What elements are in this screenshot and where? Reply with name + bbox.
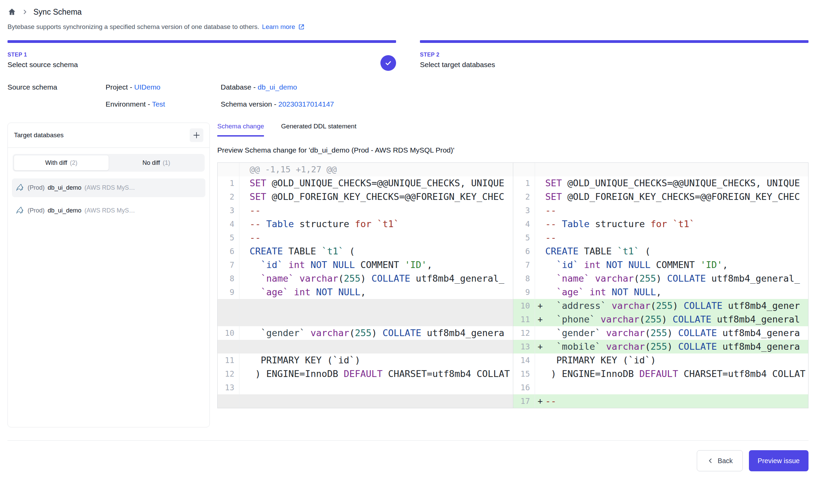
diff-sign [239,258,250,272]
tab-schema-change[interactable]: Schema change [217,123,264,137]
learn-more-link[interactable]: Learn more [262,23,305,31]
project-link[interactable]: UIDemo [134,83,160,91]
code-line: `age` int NOT NULL, [250,285,513,299]
preview-panel: Schema change Generated DDL statement Pr… [217,123,809,427]
back-button-label: Back [718,457,733,465]
tab-generated-ddl[interactable]: Generated DDL statement [281,123,356,137]
mysql-icon [15,183,25,192]
step-2-label: STEP 2 [420,52,809,58]
code-line: `id` int NOT NULL COMMENT 'ID', [250,258,513,272]
line-number: 11 [218,353,239,367]
line-number [218,299,239,313]
diff-sign [535,176,545,190]
line-number [218,313,239,326]
code-line: `name` varchar(255) COLLATE utf8mb4_gene… [250,272,513,285]
diff-code-row: 7 `id` int NOT NULL COMMENT 'ID', [218,258,513,272]
diff-pane-target[interactable]: 1SET @OLD_UNIQUE_CHECKS=@@UNIQUE_CHECKS,… [513,163,808,408]
home-icon[interactable] [7,7,16,16]
step-2: STEP 2 Select target databases [420,40,809,69]
diff-code-row: 6CREATE TABLE `t1` ( [218,245,513,258]
diff-sign [535,258,545,272]
diff-hunk-header [513,163,808,176]
chevron-right-icon [22,9,28,15]
step-1-title: Select source schema [7,61,396,69]
line-number: 13 [513,340,535,353]
diff-code-row: 11+ `phone` varchar(255) COLLATE utf8mb4… [513,313,808,326]
diff-sign [535,326,545,340]
code-line: -- [250,204,513,217]
database-list-item[interactable]: (Prod) db_ui_demo (AWS RDS MyS… [12,201,205,220]
line-number: 12 [513,326,535,340]
diff-sign [535,190,545,204]
line-number: 10 [218,326,239,340]
schema-version-link[interactable]: 20230317014147 [278,100,334,108]
back-button[interactable]: Back [697,450,742,471]
code-line: `age` int NOT NULL, [545,285,808,299]
tab-no-diff[interactable]: No diff (1) [109,155,204,171]
diff-sign [535,217,545,231]
target-database-list: (Prod) db_ui_demo (AWS RDS MyS… (Prod) d… [8,174,209,225]
code-line: SET @OLD_FOREIGN_KEY_CHECKS=@@FOREIGN_KE… [545,190,808,204]
diff-code-row: 17+-- [513,394,808,408]
code-line: @@ -1,15 +1,27 @@ [250,163,513,176]
diff-sign: + [535,340,545,353]
diff-code-row: 11 PRIMARY KEY (`id`) [218,353,513,367]
schema-version-label: Schema version - [221,100,278,108]
diff-code-row: 9 `age` int NOT NULL, [218,285,513,299]
line-number: 6 [218,245,239,258]
diff-code-row: 5-- [218,231,513,245]
diff-sign [535,204,545,217]
diff-sign [239,299,250,313]
diff-code-row: 4-- Table structure for `t1` [218,217,513,231]
line-number: 5 [513,231,535,245]
target-databases-panel: Target databases With diff (2) No diff (… [7,123,210,427]
code-line: -- Table structure for `t1` [250,217,513,231]
line-number: 16 [513,381,535,394]
add-target-database-button[interactable] [190,128,203,142]
code-line: CREATE TABLE `t1` ( [250,245,513,258]
diff-code-row: 2SET @OLD_FOREIGN_KEY_CHECKS=@@FOREIGN_K… [513,190,808,204]
tab-no-diff-count: (1) [163,159,170,167]
diff-spacer-row [218,340,513,353]
diff-sign [535,272,545,285]
tab-with-diff[interactable]: With diff (2) [14,155,109,171]
diff-code-row: 1SET @OLD_UNIQUE_CHECKS=@@UNIQUE_CHECKS,… [513,176,808,190]
description-text: Bytebase supports synchronizing a specif… [7,23,259,31]
diff-code-row: 16 [513,381,808,394]
code-line [250,381,513,394]
diff-sign [535,231,545,245]
diff-code-row: 8 `name` varchar(255) COLLATE utf8mb4_ge… [513,272,808,285]
line-number: 10 [513,299,535,313]
diff-spacer-row [218,299,513,313]
preview-issue-button[interactable]: Preview issue [749,450,809,471]
diff-code-row: 14 PRIMARY KEY (`id`) [513,353,808,367]
diff-code-row: 10+ `address` varchar(255) COLLATE utf8m… [513,299,808,313]
diff-pane-source[interactable]: @@ -1,15 +1,27 @@1SET @OLD_UNIQUE_CHECKS… [218,163,513,408]
diff-sign [239,326,250,340]
line-number [218,340,239,353]
db-name: db_ui_demo [48,184,81,191]
diff-sign: + [535,299,545,313]
environment-label: Environment - [106,100,152,108]
diff-code-row: 2SET @OLD_FOREIGN_KEY_CHECKS=@@FOREIGN_K… [218,190,513,204]
database-list-item[interactable]: (Prod) db_ui_demo (AWS RDS MyS… [12,178,205,197]
diff-sign [535,381,545,394]
environment-link[interactable]: Test [152,100,165,108]
code-line: `gender` varchar(255) COLLATE utf8mb4_ge… [545,326,808,340]
diff-sign [239,217,250,231]
learn-more-label: Learn more [262,23,295,31]
code-line: `id` int NOT NULL COMMENT 'ID', [545,258,808,272]
main-content: Target databases With diff (2) No diff (… [7,123,809,427]
diff-code-row: 1SET @OLD_UNIQUE_CHECKS=@@UNIQUE_CHECKS,… [218,176,513,190]
diff-code-row: 8 `name` varchar(255) COLLATE utf8mb4_ge… [218,272,513,285]
diff-sign [535,163,545,176]
diff-sign: + [535,394,545,408]
line-number: 4 [218,217,239,231]
line-number: 9 [513,285,535,299]
diff-code-row: 7 `id` int NOT NULL COMMENT 'ID', [513,258,808,272]
target-databases-title: Target databases [14,131,64,139]
code-line: ) ENGINE=InnoDB DEFAULT CHARSET=utf8mb4 … [250,367,513,381]
code-line [545,381,808,394]
database-link[interactable]: db_ui_demo [258,83,297,91]
line-number: 4 [513,217,535,231]
